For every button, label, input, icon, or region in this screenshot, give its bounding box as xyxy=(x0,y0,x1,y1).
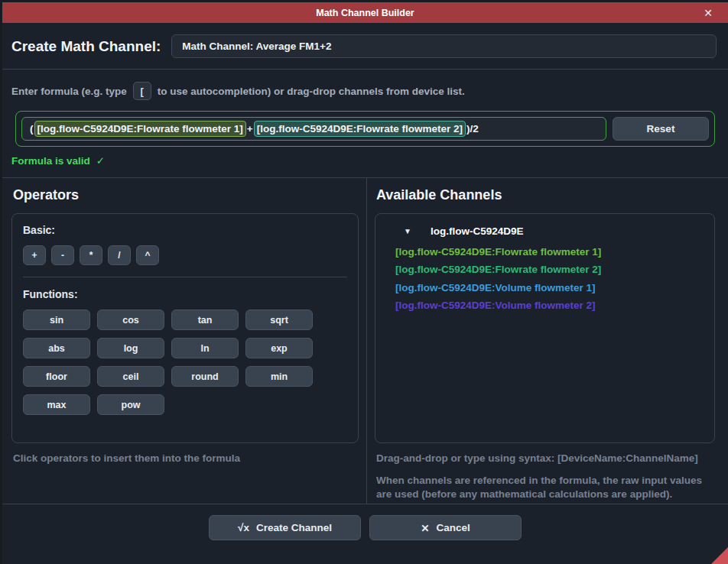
channels-raw-values-hint: When channels are referenced in the form… xyxy=(376,474,713,501)
formula-text: )/2 xyxy=(466,123,479,135)
channels-panel: Available Channels ▼ log.flow-C5924D9E [… xyxy=(367,178,728,504)
basic-operator-button[interactable]: + xyxy=(23,245,46,265)
formula-hint-row: Enter formula (e.g. type [ to use autoco… xyxy=(2,70,728,100)
operators-title: Operators xyxy=(13,187,359,203)
function-button[interactable]: max xyxy=(23,394,90,415)
basic-operator-button[interactable]: * xyxy=(80,245,102,265)
create-math-channel-label: Create Math Channel: xyxy=(11,38,161,55)
device-name: log.flow-C5924D9E xyxy=(431,225,524,237)
create-channel-button[interactable]: √x Create Channel xyxy=(209,515,361,540)
function-button[interactable]: log xyxy=(97,338,164,358)
function-button[interactable]: floor xyxy=(23,366,90,387)
resize-grip[interactable] xyxy=(711,547,728,564)
hint-text-before: Enter formula (e.g. type xyxy=(11,86,127,97)
dialog-actions: √x Create Channel ✕ Cancel xyxy=(2,504,728,564)
formula-validation-status: Formula is valid ✓ xyxy=(11,154,717,167)
channel-item[interactable]: [log.flow-C5924D9E:Volume flowmeter 1] xyxy=(386,279,704,297)
channel-name-row: Create Math Channel: xyxy=(2,23,728,69)
basic-operators-row: +-*/^ xyxy=(23,245,347,265)
close-icon: ✕ xyxy=(421,522,429,534)
dialog-title-bar[interactable]: Math Channel Builder ✕ xyxy=(2,2,728,23)
main-columns: Operators Basic: +-*/^ Functions: sincos… xyxy=(2,178,728,504)
channel-name-input[interactable] xyxy=(171,34,717,58)
function-button[interactable]: ln xyxy=(171,338,239,358)
basic-operator-button[interactable]: ^ xyxy=(136,245,159,265)
function-button[interactable]: abs xyxy=(23,338,90,358)
formula-input[interactable]: ([log.flow-C5924D9E:Flowrate flowmeter 1… xyxy=(21,117,606,141)
valid-text: Formula is valid xyxy=(11,155,90,167)
formula-text: ( xyxy=(29,123,34,135)
function-button[interactable]: sqrt xyxy=(245,310,313,330)
operators-panel: Operators Basic: +-*/^ Functions: sincos… xyxy=(2,178,367,504)
create-channel-label: Create Channel xyxy=(256,522,332,533)
basic-label: Basic: xyxy=(23,224,347,236)
functions-label: Functions: xyxy=(23,288,347,300)
channel-list: [log.flow-C5924D9E:Flowrate flowmeter 1]… xyxy=(386,243,704,314)
divider xyxy=(23,277,347,277)
formula-channel-token: [log.flow-C5924D9E:Flowrate flowmeter 2] xyxy=(254,121,466,137)
basic-operator-button[interactable]: / xyxy=(108,245,131,265)
formula-container: ([log.flow-C5924D9E:Flowrate flowmeter 1… xyxy=(15,111,715,147)
function-button[interactable]: exp xyxy=(245,338,313,358)
operators-box: Basic: +-*/^ Functions: sincostansqrtabs… xyxy=(11,213,359,443)
function-button[interactable]: ceil xyxy=(97,366,164,387)
function-button[interactable]: min xyxy=(245,366,313,387)
function-button[interactable]: cos xyxy=(97,310,164,330)
channels-box: ▼ log.flow-C5924D9E [log.flow-C5924D9E:F… xyxy=(375,213,715,443)
reset-button[interactable]: Reset xyxy=(613,117,709,141)
function-button[interactable]: pow xyxy=(97,394,164,415)
functions-grid: sincostansqrtabsloglnexpfloorceilroundmi… xyxy=(23,310,347,415)
cancel-button[interactable]: ✕ Cancel xyxy=(369,515,522,540)
device-tree-node[interactable]: ▼ log.flow-C5924D9E xyxy=(386,224,704,243)
formula-text: + xyxy=(246,123,254,135)
operators-footer-hint: Click operators to insert them into the … xyxy=(13,452,357,465)
sqrt-x-icon: √x xyxy=(238,522,249,533)
formula-channel-token: [log.flow-C5924D9E:Flowrate flowmeter 1] xyxy=(34,121,246,137)
checkmark-icon: ✓ xyxy=(96,154,105,167)
chevron-down-icon[interactable]: ▼ xyxy=(404,227,411,235)
channels-syntax-hint: Drag-and-drop or type using syntax: [Dev… xyxy=(376,452,713,465)
hint-text-after: to use autocompletion) or drag-drop chan… xyxy=(158,86,465,97)
channel-item[interactable]: [log.flow-C5924D9E:Flowrate flowmeter 1] xyxy=(386,243,704,261)
basic-operator-button[interactable]: - xyxy=(51,245,74,265)
function-button[interactable]: tan xyxy=(171,310,239,330)
math-channel-builder-dialog: Math Channel Builder ✕ Create Math Chann… xyxy=(2,2,728,564)
close-icon[interactable]: ✕ xyxy=(699,2,717,23)
function-button[interactable]: sin xyxy=(23,310,90,330)
bracket-key-badge: [ xyxy=(133,82,151,100)
cancel-label: Cancel xyxy=(437,522,470,533)
available-channels-title: Available Channels xyxy=(376,187,715,203)
channel-item[interactable]: [log.flow-C5924D9E:Volume flowmeter 2] xyxy=(386,297,704,314)
channel-item[interactable]: [log.flow-C5924D9E:Flowrate flowmeter 2] xyxy=(386,261,704,278)
function-button[interactable]: round xyxy=(171,366,239,387)
dialog-title: Math Channel Builder xyxy=(316,8,414,18)
